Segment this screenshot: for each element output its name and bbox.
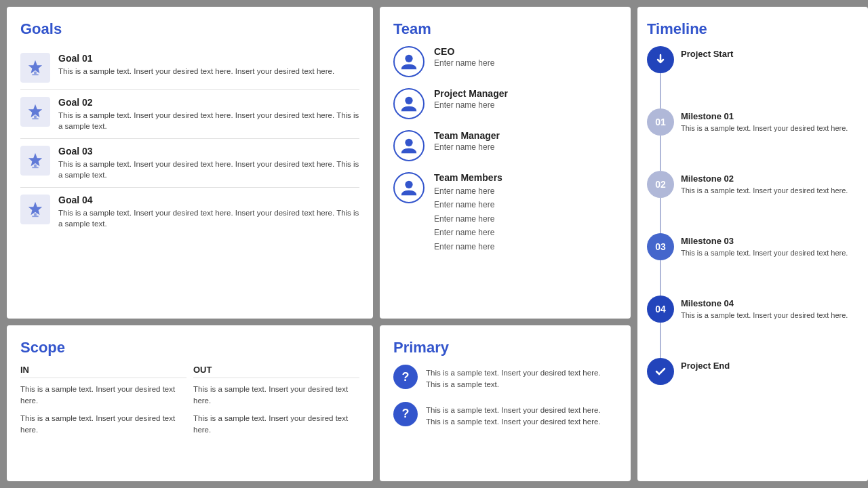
scope-title: Scope	[20, 339, 359, 357]
timeline-sub: This is a sample text. Insert your desir…	[681, 248, 859, 258]
goal-item: Goal 03 This is a sample text. Insert yo…	[20, 139, 359, 188]
member-role: Project Manager	[434, 88, 617, 99]
team-member: Team Members Enter name hereEnter name h…	[393, 172, 617, 253]
scope-in-title: IN	[20, 365, 186, 378]
timeline-milestone: Milestone 03	[681, 236, 859, 246]
svg-rect-4	[34, 116, 37, 119]
member-avatar	[393, 172, 425, 203]
member-avatar	[393, 88, 425, 119]
goal-desc: This is a sample text. Insert your desir…	[58, 110, 359, 131]
primary-desc: This is a sample text. Insert your desir…	[426, 402, 617, 428]
scope-out-col: OUT This is a sample text. Insert your d…	[193, 365, 359, 441]
primary-desc: This is a sample text. Insert your desir…	[426, 365, 617, 391]
member-role: Team Members	[434, 172, 617, 183]
member-names: Enter name hereEnter name hereEnter name…	[434, 184, 617, 253]
timeline-milestone: Milestone 02	[681, 174, 859, 184]
timeline-item: Project End	[647, 358, 859, 385]
timeline-card: Timeline Project Start 01 Milestone 01 T…	[637, 7, 868, 481]
question-icon: ?	[393, 365, 418, 389]
goal-item: Goal 02 This is a sample text. Insert yo…	[20, 90, 359, 139]
member-name: Enter name here	[434, 212, 617, 226]
goal-item: Goal 04 This is a sample text. Insert yo…	[20, 188, 359, 236]
timeline-item: Project Start	[647, 46, 859, 108]
member-avatar	[393, 46, 425, 77]
svg-rect-8	[32, 167, 38, 168]
member-name: Enter name here	[434, 142, 617, 152]
timeline-milestone: Milestone 04	[681, 298, 859, 308]
member-name: Enter name here	[434, 100, 617, 110]
goal-desc: This is a sample text. Insert your desir…	[58, 207, 359, 229]
team-list: CEO Enter name here Project Manager Ente…	[393, 46, 617, 253]
svg-marker-0	[28, 60, 42, 74]
timeline-milestone: Project Start	[681, 49, 859, 59]
primary-title: Primary	[393, 339, 617, 357]
timeline-sub: This is a sample text. Insert your desir…	[681, 310, 859, 321]
timeline-item: 01 Milestone 01 This is a sample text. I…	[647, 108, 859, 171]
svg-marker-6	[28, 153, 42, 167]
svg-rect-5	[32, 118, 38, 119]
timeline-dot: 03	[647, 233, 674, 260]
primary-item: ? This is a sample text. Insert your des…	[393, 402, 617, 428]
goal-icon	[20, 53, 50, 83]
goal-label: Goal 02	[58, 97, 359, 108]
goal-item: Goal 01 This is a sample text. Insert yo…	[20, 46, 359, 90]
svg-rect-10	[34, 214, 37, 216]
timeline-dot: 04	[647, 296, 674, 323]
team-card: Team CEO Enter name here Project Manager…	[380, 7, 631, 319]
svg-point-12	[405, 55, 412, 62]
svg-marker-3	[28, 104, 42, 118]
scope-card: Scope IN This is a sample text. Insert y…	[7, 325, 373, 481]
goals-card: Goals Goal 01 This is a sample text. Ins…	[7, 7, 373, 319]
goal-label: Goal 03	[58, 146, 359, 157]
main-grid: Goals Goal 01 This is a sample text. Ins…	[0, 0, 868, 488]
member-name: Enter name here	[434, 226, 617, 239]
scope-in-col: IN This is a sample text. Insert your de…	[20, 365, 186, 441]
member-name: Enter name here	[434, 184, 617, 198]
svg-marker-9	[28, 202, 42, 216]
primary-item: ? This is a sample text. Insert your des…	[393, 365, 617, 391]
member-role: CEO	[434, 46, 617, 57]
svg-point-13	[405, 97, 412, 104]
svg-point-15	[405, 181, 412, 188]
team-title: Team	[393, 20, 617, 38]
timeline-sub: This is a sample text. Insert your desir…	[681, 186, 859, 196]
member-avatar	[393, 130, 425, 161]
timeline-milestone: Milestone 01	[681, 111, 859, 121]
scope-in-item: This is a sample text. Insert your desir…	[20, 384, 186, 407]
svg-rect-7	[34, 165, 37, 167]
timeline-dot: 01	[647, 108, 674, 136]
timeline-item: 04 Milestone 04 This is a sample text. I…	[647, 296, 859, 358]
goal-icon	[20, 97, 50, 127]
svg-point-14	[405, 139, 412, 146]
scope-grid: IN This is a sample text. Insert your de…	[20, 365, 359, 441]
team-member: Project Manager Enter name here	[393, 88, 617, 119]
scope-out-title: OUT	[193, 365, 359, 378]
goals-list: Goal 01 This is a sample text. Insert yo…	[20, 46, 359, 237]
member-role: Team Manager	[434, 130, 617, 141]
svg-rect-1	[34, 72, 37, 75]
timeline-dot	[647, 46, 674, 73]
goal-icon	[20, 195, 50, 224]
timeline-dot: 02	[647, 171, 674, 198]
svg-rect-2	[32, 74, 38, 75]
scope-in-item: This is a sample text. Insert your desir…	[20, 413, 186, 436]
member-name: Enter name here	[434, 240, 617, 253]
timeline-list: Project Start 01 Milestone 01 This is a …	[647, 46, 859, 385]
member-name: Enter name here	[434, 198, 617, 211]
team-member: CEO Enter name here	[393, 46, 617, 77]
scope-out-item: This is a sample text. Insert your desir…	[193, 413, 359, 436]
timeline-item: 03 Milestone 03 This is a sample text. I…	[647, 233, 859, 296]
timeline-dot	[647, 358, 674, 385]
goal-label: Goal 04	[58, 195, 359, 205]
primary-card: Primary ? This is a sample text. Insert …	[380, 325, 631, 481]
goal-icon	[20, 146, 50, 176]
timeline-sub: This is a sample text. Insert your desir…	[681, 123, 859, 134]
timeline-milestone: Project End	[681, 361, 859, 371]
goal-desc: This is a sample text. Insert your desir…	[58, 66, 359, 77]
question-icon: ?	[393, 402, 418, 426]
team-member: Team Manager Enter name here	[393, 130, 617, 161]
member-name: Enter name here	[434, 58, 617, 68]
timeline-title: Timeline	[647, 20, 859, 38]
timeline-item: 02 Milestone 02 This is a sample text. I…	[647, 171, 859, 233]
primary-list: ? This is a sample text. Insert your des…	[393, 365, 617, 428]
